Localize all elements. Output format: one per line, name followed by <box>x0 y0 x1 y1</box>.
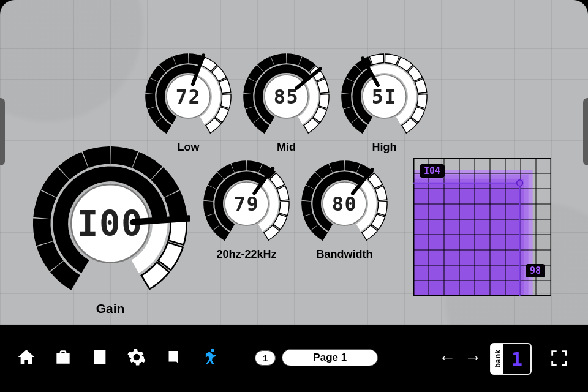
knob-mid-label: Mid <box>277 141 296 154</box>
page-next-arrow[interactable]: → <box>464 348 481 368</box>
svg-point-46 <box>211 349 214 352</box>
left-drawer-handle[interactable] <box>0 98 5 165</box>
knob-low-label: Low <box>178 141 200 154</box>
fullscreen-icon[interactable] <box>549 348 570 369</box>
page-number-badge[interactable]: 1 <box>255 350 276 366</box>
svg-text:5I: 5I <box>372 85 397 108</box>
knob-gain-label: Gain <box>96 301 125 316</box>
knob-bw[interactable]: 80 Bandwidth <box>300 159 389 251</box>
svg-text:80: 80 <box>332 192 357 216</box>
svg-line-2 <box>134 219 189 222</box>
xy-value-y: I04 <box>420 164 445 178</box>
xy-pad[interactable]: I04 98 <box>413 158 551 296</box>
briefcase-icon[interactable] <box>53 347 74 368</box>
main-panel: I00 Gain 72 Low 85 Mid 5I High 79 20hz-2… <box>0 0 588 325</box>
home-icon[interactable] <box>16 347 37 368</box>
knob-mid[interactable]: 85 Mid <box>242 52 331 143</box>
presets-icon[interactable] <box>89 347 110 368</box>
svg-text:72: 72 <box>176 85 201 108</box>
knob-high[interactable]: 5I High <box>340 52 429 143</box>
svg-text:79: 79 <box>234 192 259 216</box>
list-icon[interactable] <box>163 347 184 368</box>
bottom-bar: 1 Page 1 ← → bank 1 <box>0 325 588 392</box>
bank-number: 1 <box>503 344 530 374</box>
bank-label: bank <box>491 344 503 374</box>
svg-rect-21 <box>413 183 520 296</box>
bank-selector[interactable]: bank 1 <box>490 343 532 375</box>
settings-icon[interactable] <box>126 347 147 368</box>
knob-gain[interactable]: I00 Gain <box>31 144 190 306</box>
run-icon[interactable] <box>200 347 221 368</box>
page-title[interactable]: Page 1 <box>282 349 378 366</box>
knob-freq[interactable]: 79 20hz-22kHz <box>202 159 291 251</box>
knob-freq-label: 20hz-22kHz <box>216 248 276 261</box>
knob-low[interactable]: 72 Low <box>144 52 233 143</box>
right-drawer-handle[interactable] <box>583 98 588 165</box>
xy-value-x: 98 <box>526 264 545 277</box>
page-prev-arrow[interactable]: ← <box>439 348 456 368</box>
knob-high-label: High <box>372 141 397 154</box>
svg-point-45 <box>517 180 523 186</box>
knob-bw-label: Bandwidth <box>317 248 373 261</box>
